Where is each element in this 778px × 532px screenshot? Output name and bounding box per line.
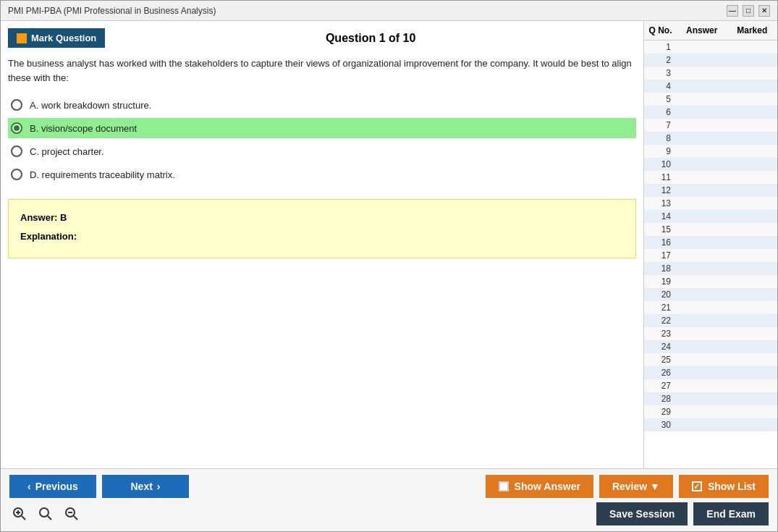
option-d[interactable]: D. requirements traceability matrix. — [8, 164, 636, 185]
bottom-bar: ‹ Previous Next › Show Answer Review ▼ ✓… — [1, 468, 777, 531]
show-list-button[interactable]: ✓ Show List — [679, 475, 769, 498]
radio-d — [11, 169, 22, 180]
option-a[interactable]: A. work breakdown structure. — [8, 95, 636, 115]
question-list-row[interactable]: 12 — [644, 184, 777, 197]
q-num: 25 — [644, 355, 677, 365]
q-num: 20 — [644, 290, 677, 300]
prev-arrow-icon: ‹ — [28, 481, 31, 492]
previous-label: Previous — [35, 481, 78, 492]
q-num: 23 — [644, 329, 677, 339]
question-list-row[interactable]: 17 — [644, 249, 777, 262]
zoom-in-button[interactable] — [9, 504, 30, 524]
q-num: 7 — [644, 120, 677, 130]
question-list-container[interactable]: 1 2 3 4 5 6 7 8 — [644, 41, 777, 468]
q-num: 18 — [644, 263, 677, 274]
question-list-row[interactable]: 6 — [644, 106, 777, 119]
q-num: 30 — [644, 420, 677, 430]
question-list-row[interactable]: 23 — [644, 327, 777, 340]
left-panel: Mark Question Question 1 of 10 The busin… — [1, 21, 643, 468]
q-num: 13 — [644, 198, 677, 208]
right-panel-header: Q No. Answer Marked — [644, 21, 777, 41]
next-label: Next — [130, 481, 152, 492]
question-list-row[interactable]: 15 — [644, 223, 777, 236]
maximize-button[interactable]: □ — [743, 5, 754, 17]
col-header-qno: Q No. — [644, 24, 677, 37]
q-num: 21 — [644, 303, 677, 313]
minimize-button[interactable]: — — [727, 5, 738, 17]
question-list-row[interactable]: 28 — [644, 392, 777, 405]
question-list-row[interactable]: 21 — [644, 301, 777, 314]
question-list-row[interactable]: 9 — [644, 145, 777, 158]
question-list-row[interactable]: 20 — [644, 288, 777, 301]
svg-line-1 — [22, 516, 25, 520]
question-list-row[interactable]: 10 — [644, 158, 777, 171]
radio-a — [11, 99, 22, 111]
zoom-session-row: Save Session End Exam — [9, 502, 769, 525]
q-num: 16 — [644, 237, 677, 248]
svg-line-7 — [74, 516, 77, 520]
question-list-row[interactable]: 27 — [644, 379, 777, 392]
zoom-normal-button[interactable] — [35, 504, 56, 524]
next-button[interactable]: Next › — [102, 475, 189, 498]
q-num: 3 — [644, 68, 677, 78]
q-num: 10 — [644, 159, 677, 169]
next-arrow-icon: › — [157, 481, 161, 492]
option-b-label: B. vision/scope document — [30, 123, 137, 134]
title-bar: PMI PMI-PBA (PMI Professional in Busines… — [1, 1, 777, 21]
q-num: 9 — [644, 146, 677, 156]
question-list-row[interactable]: 16 — [644, 236, 777, 249]
close-button[interactable]: ✕ — [758, 5, 770, 17]
mark-question-label: Mark Question — [31, 33, 96, 43]
show-answer-label: Show Answer — [515, 481, 580, 492]
question-list-row[interactable]: 25 — [644, 353, 777, 366]
q-num: 26 — [644, 368, 677, 378]
nav-row: ‹ Previous Next › Show Answer Review ▼ ✓… — [9, 475, 769, 498]
question-list-row[interactable]: 26 — [644, 366, 777, 379]
col-header-answer: Answer — [677, 24, 727, 37]
zoom-out-button[interactable] — [62, 504, 82, 524]
explanation-text: Explanation: — [20, 229, 624, 245]
radio-c — [11, 145, 22, 157]
question-list-row[interactable]: 30 — [644, 418, 777, 431]
window-controls: — □ ✕ — [727, 5, 770, 17]
option-b[interactable]: B. vision/scope document — [8, 118, 636, 138]
question-list-row[interactable]: 29 — [644, 405, 777, 418]
question-list-row[interactable]: 4 — [644, 80, 777, 93]
q-num: 24 — [644, 342, 677, 352]
q-num: 19 — [644, 276, 677, 287]
question-title: Question 1 of 10 — [105, 32, 636, 45]
question-list-row[interactable]: 19 — [644, 275, 777, 288]
question-list-row[interactable]: 5 — [644, 93, 777, 106]
end-exam-button[interactable]: End Exam — [693, 502, 769, 525]
save-session-button[interactable]: Save Session — [596, 502, 688, 525]
question-list-row[interactable]: 18 — [644, 262, 777, 275]
question-list-row[interactable]: 8 — [644, 132, 777, 145]
mark-question-button[interactable]: Mark Question — [8, 28, 105, 48]
show-answer-button[interactable]: Show Answer — [486, 475, 593, 498]
q-num: 6 — [644, 107, 677, 117]
show-list-label: Show List — [708, 481, 756, 492]
question-list-row[interactable]: 24 — [644, 340, 777, 353]
question-list-row[interactable]: 2 — [644, 54, 777, 67]
question-list-row[interactable]: 3 — [644, 67, 777, 80]
review-button[interactable]: Review ▼ — [599, 475, 673, 498]
review-arrow-icon: ▼ — [650, 481, 660, 492]
question-list-row[interactable]: 1 — [644, 41, 777, 54]
question-list-row[interactable]: 22 — [644, 314, 777, 327]
question-list-row[interactable]: 11 — [644, 171, 777, 184]
previous-button[interactable]: ‹ Previous — [9, 475, 96, 498]
q-num: 12 — [644, 185, 677, 195]
save-session-label: Save Session — [609, 508, 675, 520]
question-list-row[interactable]: 7 — [644, 119, 777, 132]
show-answer-checkbox — [499, 481, 509, 491]
option-c-label: C. project charter. — [30, 146, 104, 157]
header-row: Mark Question Question 1 of 10 — [8, 28, 636, 48]
question-list-row[interactable]: 13 — [644, 197, 777, 210]
q-num: 28 — [644, 394, 677, 404]
app-window: PMI PMI-PBA (PMI Professional in Busines… — [0, 0, 778, 532]
show-list-checkbox-icon: ✓ — [692, 481, 702, 491]
question-list-row[interactable]: 14 — [644, 210, 777, 223]
svg-line-5 — [48, 516, 51, 520]
window-title: PMI PMI-PBA (PMI Professional in Busines… — [8, 6, 216, 16]
option-c[interactable]: C. project charter. — [8, 141, 636, 161]
